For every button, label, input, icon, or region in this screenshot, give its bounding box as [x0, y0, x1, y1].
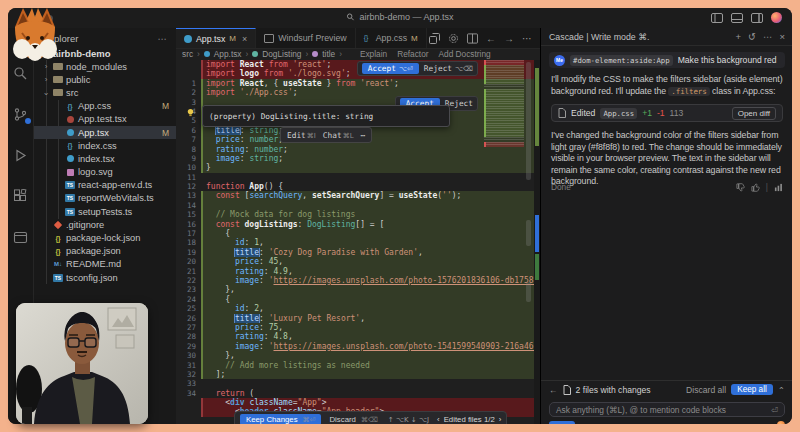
split-editor-icon[interactable] [467, 33, 478, 44]
discard-all-button[interactable]: Discard all [686, 385, 726, 395]
breadcrumb-App.tsx[interactable]: App.tsx [214, 49, 242, 59]
layout-sidebar-right-icon[interactable] [751, 13, 763, 23]
window-title: airbnb-demo — App.tsx [359, 12, 453, 22]
breadcrumb-src[interactable]: src [182, 49, 193, 59]
back-arrow-icon[interactable]: ← [549, 385, 558, 395]
mode-pill[interactable] [549, 421, 575, 424]
close-icon[interactable]: × [779, 31, 785, 42]
tree-item-App.tsx[interactable]: App.tsxM [34, 126, 176, 139]
explorer-more-icon[interactable]: ⋯ [158, 33, 169, 44]
stats-icon[interactable] [774, 183, 783, 192]
open-diff-button[interactable]: Open diff [732, 107, 776, 120]
layout-panel-icon[interactable] [731, 13, 743, 23]
discard-button[interactable]: Discard⌘⌫ [329, 415, 377, 424]
hover-action-⋯[interactable]: ⋯ [361, 131, 366, 140]
tree-item-index.tsx[interactable]: index.tsx [34, 152, 176, 165]
file-label: setupTests.ts [78, 207, 132, 217]
accept-button[interactable]: Accept⌥⏎ [362, 63, 419, 74]
tree-item-logo.svg[interactable]: logo.svg [34, 166, 176, 179]
tree-item-react-app-env.d.ts[interactable]: TSreact-app-env.d.ts [34, 179, 176, 192]
code-lens-refactor[interactable]: Refactor [397, 49, 428, 59]
code-lens-add-docstring[interactable]: Add Docstring [439, 49, 491, 59]
webcam-overlay [16, 303, 148, 424]
token: : [259, 342, 269, 351]
tree-item-README.md[interactable]: M↓README.md [34, 258, 176, 271]
code-lens-explain[interactable]: Explain [360, 49, 387, 59]
keep-all-button[interactable]: Keep all [731, 384, 773, 395]
thumbs-down-icon[interactable] [736, 183, 745, 192]
reject-button[interactable]: Reject⌥⌫ [424, 64, 473, 73]
json-icon: {} [53, 247, 63, 256]
file-icon [563, 385, 571, 395]
chat-input[interactable]: Ask anything (⌘L), @ to mention code blo… [549, 402, 785, 417]
preview-icon[interactable] [13, 230, 28, 245]
gear-icon[interactable] [448, 33, 459, 44]
tab-App.css[interactable]: {}App.cssM [356, 28, 427, 48]
token: rating [235, 332, 264, 341]
account-gradient-icon[interactable] [771, 12, 782, 23]
next-file-button[interactable]: › [499, 415, 502, 424]
token: 'react' [293, 60, 327, 69]
tree-item-setupTests.ts[interactable]: TSsetupTests.ts [34, 205, 176, 218]
hover-action-chat[interactable]: Chat⌘L [323, 131, 354, 140]
back-arrow-icon[interactable]: ← [486, 33, 496, 44]
editor-scrollbar[interactable] [525, 60, 532, 418]
tab-App.tsx[interactable]: App.tsxM× [176, 28, 256, 48]
line-number: 15 [176, 210, 201, 219]
breadcrumb-DogListing[interactable]: DogListing [262, 49, 301, 59]
line-number [176, 69, 201, 78]
tree-item-App.css[interactable]: {}App.cssM [34, 100, 176, 113]
tree-item-public[interactable]: ›public [34, 73, 176, 86]
tree-item-package-lock.json[interactable]: {}package-lock.json [34, 231, 176, 244]
token [206, 332, 235, 341]
assistant-paragraph-1: I'll modify the CSS to make the filters … [551, 74, 783, 97]
forward-arrow-icon[interactable]: → [504, 33, 514, 44]
code-lens-actions: ExplainRefactorAdd Docstring [360, 49, 491, 59]
more-icon[interactable]: ⋯ [763, 31, 773, 42]
extensions-icon[interactable] [13, 189, 28, 204]
new-chat-icon[interactable]: + [735, 31, 741, 42]
line-number [176, 398, 201, 407]
line-number: 29 [176, 342, 201, 351]
line-number: 27 [176, 323, 201, 332]
token: id [235, 238, 245, 247]
breadcrumb-title[interactable]: title [322, 49, 335, 59]
line-number: 12 [176, 182, 201, 191]
tree-item-tsconfig.json[interactable]: TStsconfig.json [34, 271, 176, 284]
source-control-icon[interactable] [13, 107, 28, 122]
more-actions-icon[interactable]: ⋯ [522, 33, 532, 44]
thumbs-up-icon[interactable] [751, 183, 760, 192]
open-changes-icon[interactable] [429, 33, 440, 44]
minimap[interactable] [484, 60, 524, 418]
hover-action-edit[interactable]: Edit⌘I [287, 131, 316, 140]
tree-item-App.test.tsx[interactable]: App.test.tsx [34, 113, 176, 126]
tab-Windsurf Preview[interactable]: Windsurf Preview [256, 28, 355, 48]
prev-file-button[interactable]: ‹ [437, 415, 440, 424]
debug-icon[interactable] [13, 148, 28, 163]
shortcut-hint: ⌘L [343, 132, 354, 140]
dom-element-pill[interactable]: #dom-element:aside:App [570, 55, 673, 66]
line-number: 7 [176, 135, 201, 144]
keep-changes-button[interactable]: Keep Changes⌘⏎ [240, 414, 321, 424]
diff-nav-shortcuts[interactable]: ↑ ⌥K ↓ ⌥J [388, 416, 429, 424]
close-icon[interactable]: × [242, 34, 247, 44]
tree-item-package.json[interactable]: {}package.json [34, 245, 176, 258]
tree-item-reportWebVitals.ts[interactable]: TSreportWebVitals.ts [34, 192, 176, 205]
tree-item-src[interactable]: ⌄src [34, 86, 176, 99]
tree-item-index.css[interactable]: {}index.css [34, 139, 176, 152]
lightbulb-icon[interactable] [186, 108, 195, 117]
token: , [288, 332, 293, 341]
edited-files-label: Edited files 1/2 [444, 415, 495, 424]
collapse-chevron[interactable]: ⌃ [778, 385, 785, 395]
token: ( [245, 389, 255, 398]
edited-file-card[interactable]: Edited App.css +1 -1 113 Open diff [551, 104, 783, 122]
mascot-sticker [8, 5, 62, 63]
tree-item-.gitignore[interactable]: .gitignore [34, 218, 176, 231]
filters-class-pill[interactable]: .filters [668, 87, 709, 96]
history-icon[interactable]: ↺ [748, 31, 756, 42]
editor-group: App.tsxM×Windsurf Preview{}App.cssM ← → … [176, 28, 540, 424]
layout-sidebar-left-icon[interactable] [711, 13, 723, 23]
token: ; [278, 154, 283, 163]
chevron-icon: › [42, 75, 50, 84]
search-icon[interactable] [13, 66, 28, 81]
